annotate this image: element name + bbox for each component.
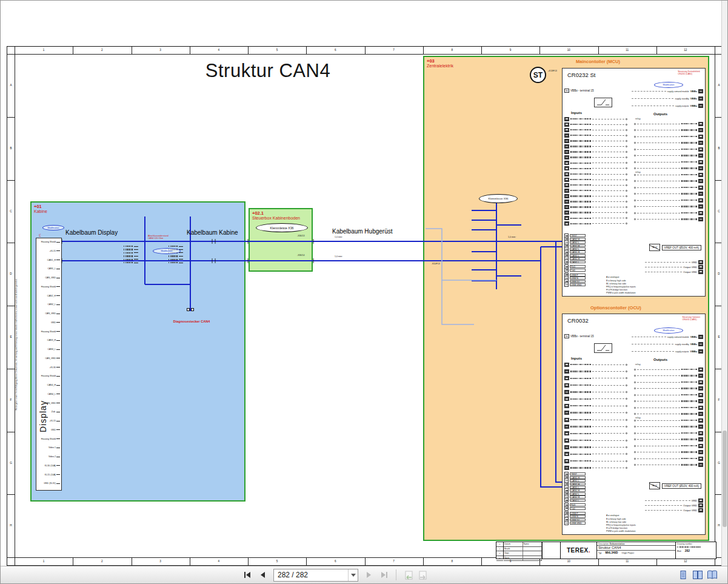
document-viewport[interactable]: Weitergabe sowie Vervielfältigung dieses… (1, 1, 722, 566)
microtext (570, 206, 591, 207)
supply-terminal-row: 30VBBo - terminal 15 (564, 334, 594, 338)
pin-number-box (564, 117, 569, 121)
wire-dash (637, 408, 680, 408)
microtext (124, 262, 133, 263)
next-view-button[interactable] (416, 569, 430, 581)
pin-number-box (564, 283, 569, 287)
ruler-tick (423, 558, 424, 565)
output-terminal-icon (634, 451, 636, 453)
output-row (634, 173, 703, 176)
wire-dash (592, 130, 624, 130)
wire-dash (592, 223, 624, 224)
microtext (570, 405, 591, 406)
pin-number-box (564, 200, 569, 204)
display-pin-connector (56, 385, 60, 386)
pin-number-box (698, 386, 703, 391)
comm-label: USB N (570, 515, 586, 518)
input-terminal-icon (626, 167, 627, 169)
ground-row: Output GND (645, 508, 703, 512)
ruler-row-label: H (7, 494, 15, 557)
pin-number-box (698, 186, 703, 190)
scrollbar-thumb[interactable] (723, 431, 727, 527)
display-pin-connector (56, 367, 60, 368)
terex-logo-text: TEREX (567, 547, 589, 554)
pin-number-box (564, 376, 569, 380)
wire-dash (632, 106, 674, 106)
label-diagnosestecker: Diagnosestecker CAN4 (162, 320, 221, 323)
supply-label: supply comand module (667, 336, 689, 338)
display-pin-connector (56, 457, 60, 457)
single-page-view-button[interactable] (676, 569, 690, 581)
microtext (700, 206, 702, 207)
microtext (681, 149, 697, 150)
output-row (634, 431, 703, 435)
pin-number-box (698, 128, 703, 132)
display-pin-row: Housing Shield (41, 329, 60, 335)
previous-page-button[interactable] (256, 569, 269, 581)
signature-header-datum: Datum (504, 542, 523, 546)
supply-label: supply outputs (675, 351, 689, 353)
output-terminal-icon (634, 155, 636, 156)
input-row (564, 117, 627, 121)
pin-number-box (564, 411, 569, 415)
display-pin-row: CAN2_H (47, 293, 60, 299)
output-row (634, 141, 703, 145)
wire-dash (637, 439, 680, 440)
wire-dash (637, 162, 680, 163)
signature-row: Gepr. (504, 551, 542, 556)
microtext (570, 398, 591, 400)
ruler-tick (423, 47, 424, 54)
microtext (681, 193, 697, 194)
ruler-tick (365, 558, 366, 565)
input-terminal-icon (626, 146, 627, 147)
controller-note: Steuerung ZentralelektrikCR0232 (CAN1) (678, 70, 700, 75)
supply-code: VBBo (690, 104, 697, 107)
pin-number-box (698, 135, 703, 139)
ruler-col-label-bottom: 8 (423, 558, 481, 565)
outputs-section-label: Outputs (653, 358, 667, 361)
microtext (566, 447, 568, 448)
output-terminal-icon (634, 136, 636, 138)
microtext (570, 412, 591, 413)
microtext (566, 480, 568, 482)
region-steuerbox-tag: +02.1 (252, 210, 310, 216)
controller-note: Steuerung OptionenCR0032 (CAN1) (682, 316, 700, 321)
wire-dash (637, 414, 680, 414)
microtext (681, 426, 697, 427)
next-page-button[interactable] (362, 569, 376, 581)
ruler-row-label: G (7, 432, 15, 495)
book-view-button[interactable] (706, 569, 719, 581)
inputs-section-label: Inputs (571, 111, 582, 115)
display-pin-label: KL30 (10A) (45, 465, 56, 467)
relay-symbol (594, 98, 612, 110)
type-value: MHL340D (605, 551, 618, 554)
output-row (634, 205, 703, 209)
display-pin-label: GND (51, 321, 56, 324)
page-number-input[interactable] (274, 571, 348, 579)
last-page-button[interactable] (378, 569, 391, 581)
pin-number-box (564, 144, 569, 149)
pin-number-box (564, 466, 569, 470)
wire-dash (592, 412, 624, 413)
titleblock-spare-column (543, 542, 561, 559)
ruler-row-label: D (7, 243, 15, 306)
microtext (700, 261, 702, 263)
previous-view-button[interactable] (401, 569, 415, 581)
facing-pages-view-button[interactable] (691, 569, 704, 581)
single-page-icon (678, 570, 689, 580)
display-pin-label: Housing Shield (41, 241, 56, 243)
microtext (681, 413, 697, 414)
pin-number-box (564, 498, 569, 502)
microtext (570, 223, 591, 224)
first-page-button[interactable] (241, 569, 254, 581)
ruler-tick (481, 558, 482, 565)
microtext (570, 391, 591, 392)
microtext (566, 433, 568, 434)
vertical-scrollbar[interactable] (721, 1, 727, 566)
microtext (570, 190, 591, 191)
microtext (566, 281, 568, 282)
label-kabelbaum-display: Kabelbaum Display (65, 229, 118, 236)
page-list-dropdown[interactable] (348, 569, 358, 581)
wire-dash (637, 175, 680, 175)
kabine-connector-pin (169, 262, 183, 263)
